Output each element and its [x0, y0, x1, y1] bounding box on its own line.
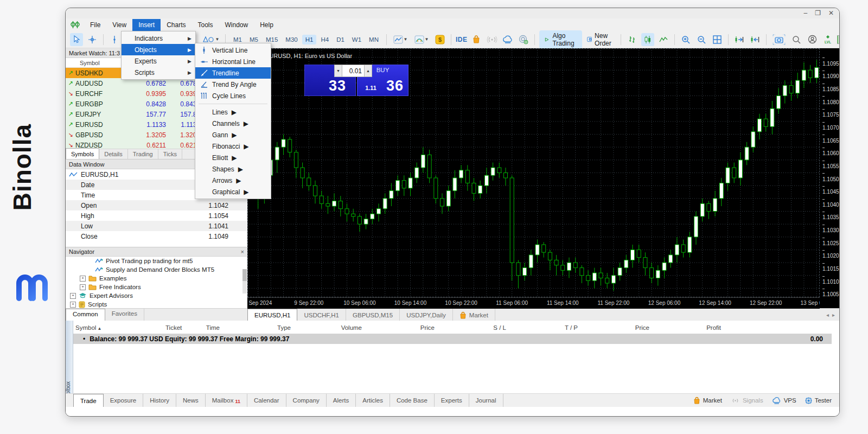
market-watch-tab-ticks[interactable]: Ticks	[158, 149, 182, 159]
menu-tools[interactable]: Tools	[192, 19, 219, 31]
price-axis[interactable]: 1.10951.10901.10851.10801.10751.10701.10…	[820, 48, 839, 308]
menu-charts[interactable]: Charts	[161, 19, 192, 31]
toolbox-tab-company[interactable]: Company	[286, 394, 327, 407]
navigator-tab-common[interactable]: Common	[66, 309, 105, 321]
status-signals[interactable]: Signals	[731, 397, 763, 404]
navigator-scrollbar[interactable]	[242, 269, 247, 293]
crosshair-tool-button[interactable]	[86, 33, 99, 46]
cloud-icon[interactable]	[501, 33, 514, 46]
toolbox-tab-alerts[interactable]: Alerts	[327, 394, 356, 407]
community-icon[interactable]	[517, 33, 530, 46]
timeframe-w1[interactable]: W1	[349, 35, 365, 44]
toolbox-tab-articles[interactable]: Articles	[356, 394, 390, 407]
lot-increase-button[interactable]: ▲	[364, 65, 372, 77]
menu-view[interactable]: View	[106, 19, 132, 31]
chart-tab-usdjpy-daily[interactable]: USDJPY,Daily	[400, 309, 453, 321]
indicators-button[interactable]: ▼	[412, 33, 431, 46]
navigator-item[interactable]: +Free Indicators	[66, 283, 247, 291]
ide-button[interactable]: IDE	[456, 36, 468, 43]
restore-button[interactable]: ❐	[815, 9, 821, 17]
line-chart-type-button[interactable]	[657, 33, 670, 46]
toolbox-tab-history[interactable]: History	[143, 394, 176, 407]
objects-menu-lines[interactable]: Lines▶	[195, 106, 271, 118]
lot-size-field[interactable]: 0.01	[342, 65, 364, 77]
insert-menu-experts[interactable]: Experts▶	[122, 55, 195, 67]
expander-icon[interactable]: +	[80, 276, 86, 282]
insert-menu-scripts[interactable]: Scripts▶	[122, 67, 195, 78]
menu-insert[interactable]: Insert	[132, 19, 161, 31]
algo-trading-button[interactable]: Algo Trading	[539, 30, 582, 49]
objects-menu-vertical-line[interactable]: Vertical Line	[195, 44, 271, 56]
vertical-line-tool-button[interactable]	[108, 33, 121, 46]
navigator-close-icon[interactable]: ×	[241, 248, 244, 255]
account-icon[interactable]	[806, 33, 819, 46]
menu-help[interactable]: Help	[254, 19, 279, 31]
toolbox-tab-calendar[interactable]: Calendar	[247, 394, 286, 407]
column-header-price[interactable]: Price	[590, 324, 649, 331]
chart-tab-market[interactable]: Market	[453, 309, 495, 321]
market-watch-tab-symbols[interactable]: Symbols	[66, 148, 99, 159]
currency-button[interactable]: $	[433, 33, 446, 46]
timeframe-d1[interactable]: D1	[333, 35, 348, 44]
objects-menu-channels[interactable]: Channels▶	[195, 118, 271, 129]
navigator-item[interactable]: +Examples	[66, 274, 247, 283]
status-tester[interactable]: Tester	[805, 397, 832, 404]
cursor-tool-button[interactable]	[70, 33, 83, 46]
close-button[interactable]: ✕	[828, 9, 834, 17]
menu-window[interactable]: Window	[219, 19, 254, 31]
timeframe-mn[interactable]: MN	[366, 35, 382, 44]
toolbox-tab-mailbox[interactable]: Mailbox11	[206, 394, 247, 407]
market-watch-tab-details[interactable]: Details	[99, 149, 128, 159]
toolbox-tab-journal[interactable]: Journal	[469, 394, 503, 407]
expander-icon[interactable]: +	[70, 293, 76, 299]
navigator-tab-favorites[interactable]: Favorites	[105, 309, 144, 321]
expander-icon[interactable]: +	[80, 284, 86, 290]
column-header-t-p[interactable]: T / P	[518, 324, 578, 331]
objects-menu-horizontal-line[interactable]: Horizontal Line	[195, 56, 271, 67]
lot-decrease-button[interactable]: ▼	[334, 65, 342, 77]
insert-menu-indicators[interactable]: Indicators▶	[122, 33, 195, 44]
signals-icon[interactable]	[486, 33, 499, 46]
market-bag-icon[interactable]	[470, 33, 483, 46]
objects-menu-trendline[interactable]: Trendline	[195, 67, 271, 79]
column-header-type[interactable]: Type	[231, 324, 291, 331]
minimize-button[interactable]: –	[803, 9, 807, 17]
status-market[interactable]: Market	[693, 397, 722, 404]
tab-scroll-right-icon[interactable]: ▸	[832, 312, 835, 318]
chart-shift-button[interactable]	[749, 33, 762, 46]
objects-menu-gann[interactable]: Gann▶	[195, 129, 271, 141]
status-vps[interactable]: VPS	[772, 397, 796, 404]
toolbox-tab-code-base[interactable]: Code Base	[390, 394, 435, 407]
expander-icon[interactable]: +	[70, 302, 76, 308]
navigator-item[interactable]: +Scripts	[66, 300, 247, 309]
objects-menu-cycle-lines[interactable]: Cycle Lines	[195, 90, 271, 101]
menu-file[interactable]: File	[84, 19, 106, 31]
auto-scroll-button[interactable]	[733, 33, 746, 46]
zoom-out-button[interactable]	[695, 33, 708, 46]
navigator-item[interactable]: Pivot Trading pp trading for mt5	[66, 257, 247, 265]
chart-tab-gbpusd-m15[interactable]: GBPUSD,M15	[346, 309, 400, 321]
screenshot-button[interactable]	[771, 33, 787, 46]
column-header-profit[interactable]: Profit	[661, 324, 721, 331]
chart-area[interactable]: EURUSD, H1: Euro vs US Dollar 33 BUY 1.1…	[247, 48, 839, 308]
objects-menu-elliott[interactable]: Elliott▶	[195, 152, 271, 163]
candle-chart-type-button[interactable]	[641, 33, 654, 46]
objects-menu-trend-by-angle[interactable]: Trend By Angle	[195, 79, 271, 90]
line-studies-button[interactable]: ▼	[391, 33, 410, 46]
tile-windows-button[interactable]	[711, 33, 724, 46]
chart-tab-eurusd-h1[interactable]: EURUSD,H1	[247, 309, 297, 321]
column-header-symbol[interactable]: Symbol ▲	[75, 324, 102, 331]
toolbox-tab-experts[interactable]: Experts	[435, 394, 469, 407]
toolbox-side-tab[interactable]: Toolbox	[66, 321, 73, 402]
bar-chart-type-button[interactable]	[626, 33, 639, 46]
timeframe-h1[interactable]: H1	[302, 35, 317, 44]
tab-scroll-left-icon[interactable]: ◂	[826, 312, 829, 318]
toolbox-tab-exposure[interactable]: Exposure	[104, 394, 144, 407]
toolbox-tab-news[interactable]: News	[176, 394, 206, 407]
navigator-item[interactable]: +Expert Advisors	[66, 291, 247, 300]
objects-menu-fibonacci[interactable]: Fibonacci▶	[195, 141, 271, 152]
time-axis[interactable]: 9 Sep 20249 Sep 22:0010 Sep 06:0010 Sep …	[247, 297, 820, 309]
level-icon[interactable]: LVL	[821, 33, 834, 46]
column-header-time[interactable]: Time	[160, 324, 220, 331]
column-header-price[interactable]: Price	[375, 324, 435, 331]
